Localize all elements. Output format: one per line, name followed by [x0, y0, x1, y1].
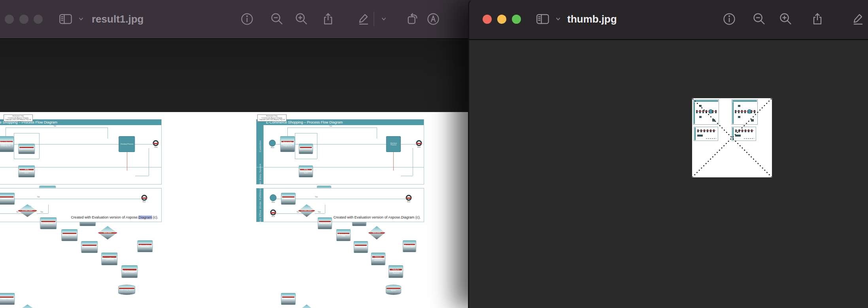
flow-connector	[413, 148, 413, 176]
text-style-icon[interactable]	[426, 12, 440, 26]
zoom-in-icon[interactable]	[779, 12, 793, 26]
flow-end-node: End	[270, 209, 276, 217]
markup-chevron-icon[interactable]	[379, 12, 389, 26]
flow-end-node: End	[406, 195, 411, 203]
flow-step-node: Ship the Order	[354, 241, 368, 253]
flow-decision-node: More Items	[98, 226, 117, 240]
flow-step-node: Generate Shipment Confirmation	[101, 253, 117, 265]
flow-step-node: Arrive at the start page of the shopping…	[0, 136, 14, 152]
minimize-button[interactable]	[19, 15, 28, 24]
share-icon[interactable]	[321, 12, 335, 26]
edge-label: Yes	[318, 211, 321, 213]
flow-decision-node: More Items	[368, 226, 385, 240]
zoom-in-icon[interactable]	[294, 12, 309, 26]
flow-connector	[325, 205, 325, 213]
flow-step-node: Review Order Confirmation	[403, 240, 416, 252]
flow-step-node: Ship the Order	[81, 241, 97, 253]
info-icon[interactable]	[240, 12, 254, 26]
share-icon[interactable]	[810, 12, 825, 26]
titlebar-right[interactable]: thumb.jpg	[469, 0, 868, 40]
edge-label: Yes	[329, 125, 332, 127]
minimize-button[interactable]	[497, 15, 506, 24]
flow-decision-node: Is Order Valid?	[298, 204, 315, 217]
close-button[interactable]	[5, 15, 14, 24]
desktop: result1.jpg	[0, 0, 868, 308]
sidebar-toggle-icon[interactable]	[536, 12, 550, 26]
flow-connector	[37, 213, 49, 214]
diagram-panel-backoffice: Back Office (Order Fulfillment)YesNoNoYe…	[0, 188, 162, 222]
flow-connector	[287, 127, 377, 128]
flow-step-node: Review Order	[281, 193, 295, 205]
flow-connector	[295, 159, 317, 159]
footer-text: Created with Evaluation version of Aspos…	[333, 215, 401, 219]
flow-connector	[317, 133, 317, 159]
flow-process-node: Checkout Process	[119, 136, 135, 152]
flow-connector	[295, 133, 317, 133]
flow-connector	[401, 176, 412, 176]
flow-connector	[14, 133, 40, 133]
zoom-out-icon[interactable]	[752, 12, 766, 26]
window-title: thumb.jpg	[567, 13, 617, 25]
flow-step-node: Notify the customer about shipment	[121, 265, 138, 278]
evaluation-watermark: Evaluation Only.Created with Aspose.Imag…	[257, 114, 287, 122]
zoom-button[interactable]	[34, 15, 43, 24]
footer-highlighted-word: Diagram	[401, 215, 414, 219]
flow-connector	[149, 148, 149, 176]
flow-decision-node: Is Order Valid?	[18, 204, 37, 217]
preview-window-thumb: thumb.jpg	[468, 0, 868, 308]
diagram-panel-backoffice: Back Office (Order Fulfillment)YesNoNoYe…	[256, 188, 424, 222]
flow-connector	[135, 176, 149, 176]
flow-connector	[315, 213, 325, 214]
chevron-down-icon[interactable]	[553, 12, 563, 26]
flow-step-node: Generate Shipment Confirmation	[371, 253, 385, 265]
flow-step-node: Accept Order	[318, 217, 332, 229]
flow-connector	[48, 205, 49, 213]
result1-image: Evaluation Only.Created with Aspose.Imag…	[0, 112, 474, 308]
flow-start-node: Start	[270, 194, 277, 203]
footer-text: Created with Evaluation version of Aspos…	[71, 215, 138, 219]
zoom-button[interactable]	[512, 15, 521, 24]
flow-step-node: Arrive at the start page of the shopping…	[280, 136, 294, 152]
markup-icon[interactable]	[357, 12, 371, 26]
edge-label: Yes	[53, 125, 56, 127]
left-content-area: Evaluation Only.Created with Aspose.Imag…	[0, 40, 474, 308]
rotate-left-icon[interactable]	[405, 12, 419, 26]
flow-connector	[287, 127, 288, 136]
flow-process-node: Checkout Process	[386, 136, 400, 152]
flow-step-node: Package the Order	[61, 229, 77, 241]
flow-step-node: Accept Order	[40, 217, 57, 229]
edge-label: No	[16, 211, 19, 213]
footer-highlighted-word: Diagram	[138, 215, 152, 219]
sidebar-toggle-icon[interactable]	[58, 12, 73, 26]
flow-step-node: Search for Items	[299, 144, 313, 154]
aspose-footer: Created with Evaluation version of Aspos…	[71, 215, 158, 219]
evaluation-watermark: Evaluation Only.Created with Aspose.Imag…	[4, 114, 33, 122]
diagram-panel-main: Evaluation Only.Created with Aspose.Imag…	[0, 119, 162, 184]
zoom-out-icon[interactable]	[270, 12, 284, 26]
titlebar-left[interactable]: result1.jpg	[0, 0, 474, 39]
flow-end-node: End	[153, 140, 159, 148]
edge-label: Yes	[315, 196, 317, 198]
markup-icon[interactable]	[851, 12, 865, 26]
flow-step-node: Search for Items	[18, 144, 34, 154]
close-button[interactable]	[483, 15, 492, 24]
lane-customer: Customer	[257, 125, 264, 167]
dotted-x-overlay	[692, 98, 772, 177]
flowchart-main: YesStartArrive at the start page of the …	[264, 125, 423, 184]
info-icon[interactable]	[722, 12, 736, 26]
edge-label: No	[297, 211, 299, 213]
lane-back-office: Back Office (Order Fulfillment)	[257, 188, 264, 222]
window-title: result1.jpg	[92, 13, 143, 25]
flow-step-node: Verify Recommended Items	[18, 165, 34, 177]
flow-datastore-node: Order Entry System	[386, 285, 401, 295]
flow-end-node: End	[141, 195, 147, 203]
flow-connector	[108, 127, 108, 139]
chevron-down-icon[interactable]	[76, 12, 86, 26]
toolbar-divider	[374, 12, 374, 26]
flow-step-node: Review Order	[0, 193, 15, 205]
flow-connector	[127, 152, 127, 171]
lane-order-entry: Order Entry System	[257, 167, 264, 184]
flow-step-node: Verify Recommended Items	[299, 165, 313, 177]
flow-step-node: Reject Order	[281, 293, 295, 305]
footer-text-end: (c).	[415, 215, 421, 219]
